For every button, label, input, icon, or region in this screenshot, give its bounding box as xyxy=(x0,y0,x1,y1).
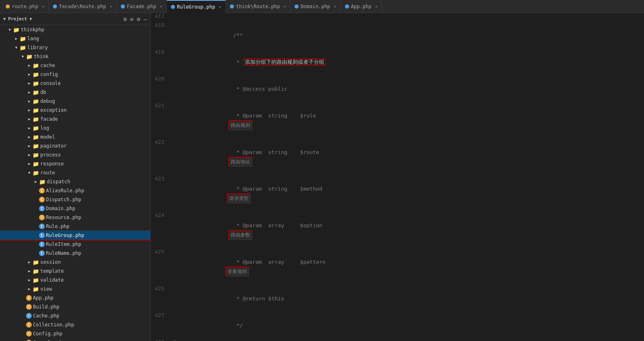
tree-item-rulegroup-php[interactable]: C RuleGroup.php xyxy=(0,231,150,240)
line-num-417: 417 xyxy=(151,13,171,22)
tab-rulegroup[interactable]: RuleGroup.php ✕ xyxy=(167,0,226,13)
sidebar-minimize-icon[interactable]: — xyxy=(144,16,147,22)
tab-facade-route[interactable]: facade\Route.php ✕ xyxy=(49,0,117,13)
sidebar-gear-icon[interactable]: ⚙ xyxy=(137,16,140,22)
tab-think-route[interactable]: think\Route.php ✕ xyxy=(226,0,290,13)
label-rule-php: Rule.php xyxy=(46,224,70,229)
gutter-418 xyxy=(171,22,179,49)
sidebar-dropdown-arrow[interactable]: ▼ xyxy=(29,17,32,21)
tree-item-aliasrule[interactable]: C AliasRule.php xyxy=(0,186,150,195)
tree-item-route[interactable]: ▼ 📁 route xyxy=(0,168,150,177)
line-num-428: 428 xyxy=(151,339,171,341)
label-template: template xyxy=(40,268,64,274)
tab-close-domain[interactable]: ✕ xyxy=(334,4,336,9)
tree-item-rulename[interactable]: C RuleName.php xyxy=(0,249,150,258)
label-dispatch: dispatch xyxy=(47,179,70,185)
file-icon-rule-php: C xyxy=(39,224,45,229)
tree-item-template[interactable]: ▶ 📁 template xyxy=(0,267,150,276)
code-line-426: 426 * @return $this xyxy=(151,285,644,312)
tree-item-view[interactable]: ▶ 📁 view xyxy=(0,285,150,293)
tree-item-ruleitem[interactable]: C RuleItem.php xyxy=(0,240,150,249)
file-icon-rulegroup-php: C xyxy=(39,232,45,238)
tree-item-model[interactable]: ▶ 📁 model xyxy=(0,132,150,141)
code-table: 417 418 /** 419 xyxy=(151,13,644,341)
tab-close-rulegroup[interactable]: ✕ xyxy=(219,4,221,9)
folder-icon-dispatch: 📁 xyxy=(39,179,46,185)
tree-item-config-php[interactable]: C Config.php xyxy=(0,329,150,338)
code-427: */ xyxy=(179,312,644,339)
arrow-response: ▶ xyxy=(26,162,33,166)
tree-item-build-php[interactable]: C Build.php xyxy=(0,302,150,311)
fold-428[interactable]: ▼ xyxy=(174,339,176,341)
tab-close-app[interactable]: ✕ xyxy=(375,4,378,9)
tree-item-process[interactable]: ▶ 📁 process xyxy=(0,150,150,159)
tree-item-resource[interactable]: C Resource.php xyxy=(0,213,150,222)
tooltip-method: 请求类型 xyxy=(227,193,251,203)
code-line-417: 417 xyxy=(151,13,644,22)
tree-item-config[interactable]: ▶ 📁 config xyxy=(0,70,150,79)
tree-item-console[interactable]: ▶ 📁 console xyxy=(0,79,150,88)
file-icon-config-php: C xyxy=(26,331,32,337)
tab-close-facade[interactable]: ✕ xyxy=(160,4,162,9)
tree-item-facade-folder[interactable]: ▶ 📁 facade xyxy=(0,115,150,124)
tree-item-validate[interactable]: ▶ 📁 validate xyxy=(0,276,150,285)
tab-close-route[interactable]: ✕ xyxy=(42,4,44,9)
tree-item-thinkphp[interactable]: ▼ 📁 thinkphp xyxy=(0,25,150,34)
gutter-425 xyxy=(171,249,179,285)
tree-item-app-php[interactable]: C App.php xyxy=(0,293,150,302)
file-icon-cache-php: C xyxy=(26,313,32,319)
tree-item-session[interactable]: ▶ 📁 session xyxy=(0,258,150,267)
label-exception: exception xyxy=(40,107,67,113)
label-dispatch-php: Dispatch.php xyxy=(46,197,81,202)
tree-item-dispatch-php[interactable]: C Dispatch.php xyxy=(0,195,150,204)
tree-item-response[interactable]: ▶ 📁 response xyxy=(0,159,150,168)
arrow-paginator: ▶ xyxy=(26,144,33,148)
tree-item-collection-php[interactable]: C Collection.php xyxy=(0,320,150,329)
code-418: /** xyxy=(179,22,644,49)
tree-item-dispatch[interactable]: ▶ 📁 dispatch xyxy=(0,177,150,186)
folder-icon-debug: 📁 xyxy=(33,98,39,104)
tree-item-log[interactable]: ▶ 📁 log xyxy=(0,124,150,132)
tree-item-db[interactable]: ▶ 📁 db xyxy=(0,88,150,97)
tree-item-debug[interactable]: ▶ 📁 debug xyxy=(0,97,150,106)
tab-close-think-route[interactable]: ✕ xyxy=(284,4,286,9)
label-config-php: Config.php xyxy=(33,331,62,337)
code-424: * @param array $option 路由参数 xyxy=(179,212,644,249)
tree-item-paginator[interactable]: ▶ 📁 paginator xyxy=(0,141,150,150)
label-response: response xyxy=(40,161,64,167)
sidebar-title-text: Project xyxy=(8,16,27,22)
file-icon-app-php: C xyxy=(26,295,32,301)
tree-item-cache[interactable]: ▶ 📁 cache xyxy=(0,61,150,70)
tab-icon-facade xyxy=(121,4,125,9)
tree-item-domain-php[interactable]: C Domain.php xyxy=(0,204,150,213)
label-db: db xyxy=(40,89,46,95)
tooltip-pattern: 变量规则 xyxy=(225,267,249,276)
label-aliasrule: AliasRule.php xyxy=(46,188,84,193)
comment-427: */ xyxy=(220,322,243,328)
tree-item-exception[interactable]: ▶ 📁 exception xyxy=(0,106,150,115)
arrow-debug: ▶ xyxy=(26,99,33,103)
gutter-428[interactable]: ▼ xyxy=(171,339,179,341)
sidebar-layout-icon[interactable]: ⇄ xyxy=(130,16,133,22)
comment-422: * @param string $route xyxy=(220,149,319,155)
tab-facade[interactable]: Facade.php ✕ xyxy=(117,0,167,13)
tab-route[interactable]: route.php ✕ xyxy=(2,0,49,13)
tree-item-cache-php[interactable]: C Cache.php xyxy=(0,311,150,320)
tree-item-console-php[interactable]: C Console.php xyxy=(0,338,150,341)
folder-icon-config: 📁 xyxy=(33,72,39,78)
gutter-421 xyxy=(171,102,179,139)
tree-item-library[interactable]: ▼ 📁 library xyxy=(0,43,150,52)
tab-app[interactable]: App.php ✕ xyxy=(341,0,382,13)
sidebar-header: ▼ Project ▼ ⚙ ⇄ ⚙ — xyxy=(0,13,150,25)
tree-item-think[interactable]: ▼ 📁 think xyxy=(0,52,150,61)
code-editor: 417 418 /** 419 xyxy=(151,13,644,341)
folder-icon-validate: 📁 xyxy=(33,277,39,283)
tooltip-route: 路由地址 xyxy=(229,157,252,167)
sidebar-settings-icon[interactable]: ⚙ xyxy=(123,16,127,22)
folder-icon-paginator: 📁 xyxy=(33,143,39,149)
tab-domain[interactable]: Domain.php ✕ xyxy=(290,0,341,13)
folder-icon-template: 📁 xyxy=(33,268,39,274)
tab-close-facade-route[interactable]: ✕ xyxy=(110,4,112,9)
tree-item-rule-php[interactable]: C Rule.php xyxy=(0,222,150,231)
tree-item-lang[interactable]: ▶ 📁 lang xyxy=(0,34,150,43)
